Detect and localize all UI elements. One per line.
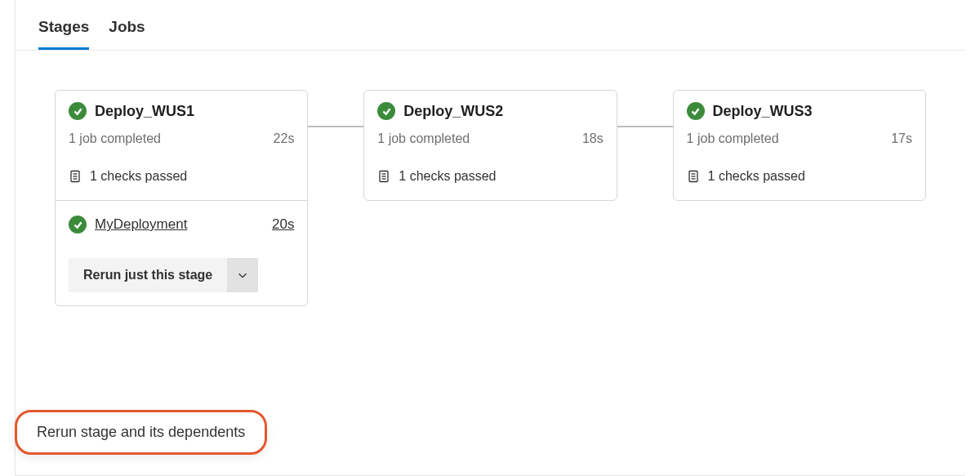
stage-status: 1 job completed xyxy=(687,131,779,146)
stage-status: 1 job completed xyxy=(377,131,470,146)
rerun-dropdown-button[interactable] xyxy=(227,258,258,292)
stage-meta: 1 job completed 17s xyxy=(674,127,925,158)
stage-title: Deploy_WUS2 xyxy=(403,103,503,120)
success-check-icon xyxy=(377,102,395,120)
pipeline-row: Deploy_WUS1 1 job completed 22s xyxy=(55,90,926,306)
checklist-icon xyxy=(377,170,390,183)
job-row[interactable]: MyDeployment 20s xyxy=(56,200,307,247)
checks-text: 1 checks passed xyxy=(399,169,496,184)
stage-meta: 1 job completed 22s xyxy=(56,127,307,158)
stage-card-wus3[interactable]: Deploy_WUS3 1 job completed 17s xyxy=(673,90,926,201)
rerun-stage-button[interactable]: Rerun just this stage xyxy=(69,258,227,292)
checklist-icon xyxy=(69,170,82,183)
rerun-row: Rerun just this stage xyxy=(56,247,307,305)
success-check-icon xyxy=(69,216,87,234)
stage-duration: 17s xyxy=(891,131,912,146)
job-duration[interactable]: 20s xyxy=(272,216,294,233)
stage-connector xyxy=(308,122,363,131)
stage-connector xyxy=(617,122,673,131)
pipeline-content: Deploy_WUS1 1 job completed 22s xyxy=(16,51,965,306)
stage-title: Deploy_WUS3 xyxy=(713,103,813,120)
success-check-icon xyxy=(69,102,87,120)
stage-checks: 1 checks passed xyxy=(674,158,925,200)
tab-stages[interactable]: Stages xyxy=(38,18,89,50)
stage-card-wus2[interactable]: Deploy_WUS2 1 job completed 18s xyxy=(363,90,617,201)
success-check-icon xyxy=(687,102,705,120)
stage-card-wus1[interactable]: Deploy_WUS1 1 job completed 22s xyxy=(55,90,308,306)
stage-checks: 1 checks passed xyxy=(56,158,307,200)
job-left: MyDeployment xyxy=(69,216,187,234)
stage-header: Deploy_WUS1 xyxy=(56,91,307,127)
rerun-dependents-option[interactable]: Rerun stage and its dependents xyxy=(37,424,245,441)
tab-jobs[interactable]: Jobs xyxy=(109,18,145,50)
stage-duration: 18s xyxy=(582,131,604,146)
rerun-dropdown-menu: Rerun stage and its dependents xyxy=(15,410,267,455)
stage-header: Deploy_WUS3 xyxy=(674,91,925,127)
job-name-link[interactable]: MyDeployment xyxy=(95,216,187,233)
checks-text: 1 checks passed xyxy=(708,169,805,184)
stage-title: Deploy_WUS1 xyxy=(95,103,194,120)
stage-duration: 22s xyxy=(274,131,295,146)
stage-checks: 1 checks passed xyxy=(364,158,616,200)
stage-header: Deploy_WUS2 xyxy=(364,91,616,127)
chevron-down-icon xyxy=(237,269,248,281)
checklist-icon xyxy=(687,170,700,183)
stage-status: 1 job completed xyxy=(69,131,161,146)
tabs-bar: Stages Jobs xyxy=(16,0,965,51)
stage-meta: 1 job completed 18s xyxy=(364,127,616,158)
checks-text: 1 checks passed xyxy=(90,169,187,184)
